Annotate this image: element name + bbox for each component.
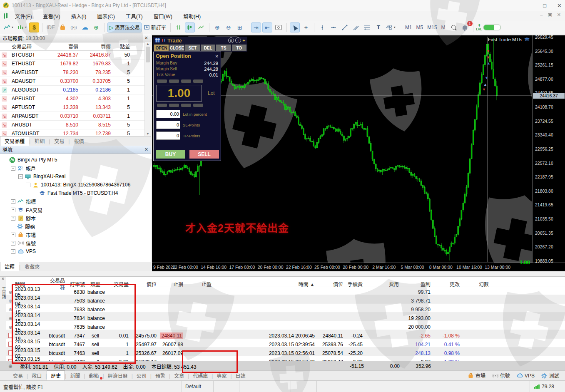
chart-profile-button[interactable]: ▾ <box>2 22 15 32</box>
trade-to-button[interactable]: TO <box>232 45 246 51</box>
trade-ts-button[interactable]: TS <box>216 45 231 51</box>
status-cell[interactable] <box>316 381 391 392</box>
ide-button[interactable]: IDE <box>45 22 56 32</box>
zoom-in-button[interactable]: ⊕ <box>212 22 222 32</box>
toolbox-tab-0[interactable]: 交易 <box>9 371 27 380</box>
tp-points-input[interactable] <box>156 131 180 140</box>
toolbox-tab-5[interactable]: 經濟日曆 <box>104 371 132 380</box>
vps-button[interactable]: ☁ <box>80 22 90 32</box>
time-axis[interactable]: 9 Feb 202312 Feb 00:0014 Feb 16:0017 Feb… <box>152 263 565 272</box>
auto-scroll-button[interactable]: ⇥ <box>251 22 261 32</box>
history-header-row[interactable]: 時間交易品種訂單號類型交易量價位止損止盈時間 ▲價位手續費費用盈利更改幻數 <box>0 277 565 286</box>
navigator-item[interactable]: –帳戶 <box>2 164 151 172</box>
status-cell[interactable] <box>265 381 291 392</box>
new-order-button[interactable]: 新訂單 <box>143 22 167 32</box>
buy-button[interactable]: BUY <box>156 150 185 159</box>
vertical-line-button[interactable] <box>317 22 327 32</box>
lot-value-box[interactable]: 1.00 <box>156 85 202 102</box>
market-watch-row[interactable]: ↘APTUSDT13.33813.3435 <box>0 103 151 112</box>
history-row[interactable]: ⊕2023.03.14 15...7635balance20 000.00 <box>0 321 565 330</box>
market-watch-row[interactable]: ↘BTCUSDT24416.3724416.8750 <box>0 51 151 60</box>
navigator-tab-0[interactable]: 註釋 <box>0 262 19 271</box>
collapse-minus-icon[interactable]: – <box>18 174 23 179</box>
market-watch-row[interactable]: ↘ARUSDT8.5108.5155 <box>0 121 151 129</box>
navigator-item[interactable]: +腳本 <box>2 214 151 222</box>
menu-item[interactable]: 查看(V) <box>43 12 60 20</box>
tick-chart-button[interactable] <box>174 22 184 32</box>
history-row[interactable]: ⊕2023.03.14 15...7634balance19 293.00 <box>0 313 565 321</box>
crosshair-button[interactable]: + <box>301 22 311 32</box>
status-cell[interactable] <box>239 381 265 392</box>
maximize-button[interactable]: □ <box>543 2 546 9</box>
expand-plus-icon[interactable]: + <box>11 233 15 237</box>
market-watch-row[interactable]: ↘ETHUSDT1679.821679.831 <box>0 60 151 68</box>
toolbox-tab-2[interactable]: 歷史 <box>47 370 65 380</box>
market-watch-scrollbar[interactable]: ▲▼ <box>144 42 151 136</box>
menu-item[interactable]: 幫助(H) <box>183 12 201 20</box>
market-watch-row[interactable]: ↘ADAUSDT0.337000.337055 <box>0 77 151 86</box>
menu-item[interactable]: 文件(F) <box>15 12 32 20</box>
market-watch-tab-3[interactable]: 報價 <box>70 136 88 146</box>
history-row[interactable]: 2023.03.15 02...btcusdt7467sell125497.97… <box>0 339 565 347</box>
timeframe-button[interactable]: M <box>439 25 448 30</box>
toolbox-close-icon[interactable]: ✕ <box>0 277 6 281</box>
navigator-item[interactable]: Bingx Au Pty MT5 <box>2 156 151 164</box>
lot-in-percent-input[interactable] <box>156 110 180 118</box>
chart-window-controls[interactable]: –▣✕ <box>540 12 561 17</box>
screenshot-button[interactable] <box>274 22 284 32</box>
market-button[interactable] <box>57 22 67 32</box>
navigator-item[interactable]: +市場 <box>2 231 151 239</box>
profile-cell[interactable]: Default <box>182 381 213 392</box>
tile-windows-button[interactable]: ⊞ <box>235 22 245 32</box>
navigator-item[interactable]: –BingXAU-Real <box>2 172 151 181</box>
cursor-button[interactable] <box>290 22 300 32</box>
expand-plus-icon[interactable]: + <box>11 208 15 212</box>
navigator-header[interactable]: 導航 ✕ <box>0 146 151 154</box>
navigator-item[interactable]: 服務 <box>2 222 151 231</box>
history-row[interactable]: ⊕2023.03.14 04...7503balance3 798.71 <box>0 295 565 304</box>
menu-item[interactable]: 插入(I) <box>71 12 87 20</box>
toolbox-tab-1[interactable]: 敞口 <box>28 371 45 380</box>
expand-plus-icon[interactable]: + <box>11 249 15 254</box>
navigator-close-icon[interactable]: ✕ <box>144 147 148 152</box>
market-watch-row[interactable]: ↘APEUSDT4.3024.3031 <box>0 94 151 103</box>
collapse-minus-icon[interactable]: – <box>11 166 15 171</box>
toolbox-tab-9[interactable]: 代碼庫 <box>189 371 212 380</box>
market-watch-tab-0[interactable]: 交易品種 <box>0 136 29 146</box>
history-row[interactable]: 2023.03.15 02...btcusdt7463sell125326.67… <box>0 347 565 356</box>
shortcut-vps[interactable]: VPS <box>517 372 535 379</box>
shapes-button[interactable]: ▾ <box>385 22 397 32</box>
deposit-button[interactable]: $ <box>29 22 39 32</box>
navigator-item[interactable]: +VPS <box>2 247 151 256</box>
summary-expand-icon[interactable]: ⊕ <box>8 363 12 369</box>
navigator-item[interactable]: Fast Trade MT5 - BTCUSDT,H4 <box>2 189 151 197</box>
history-row[interactable]: ⊕2023.03.14 15...7633balance9 958.20 <box>0 304 565 313</box>
status-cell[interactable] <box>291 381 316 392</box>
community-button[interactable]: ⊕ <box>91 22 101 32</box>
status-cell[interactable] <box>213 381 239 392</box>
market-watch-tab-1[interactable]: 詳細 <box>30 136 49 146</box>
sell-button[interactable]: SELL <box>189 150 219 159</box>
navigator-tab-1[interactable]: 收藏夾 <box>20 262 44 271</box>
shortcut-signal[interactable]: 信號 <box>492 372 510 379</box>
price-axis[interactable]: 26029.4525645.3025261.1524877.0024492.85… <box>533 35 565 263</box>
lot-step-buttons-bottom[interactable] <box>154 102 221 109</box>
trade-close-button[interactable]: CLOSE <box>169 45 184 51</box>
chart-shift-button[interactable]: ⇤ <box>262 22 272 32</box>
toolbox-tab-8[interactable]: 文章 <box>170 371 188 380</box>
market-watch-tab-2[interactable]: 交易 <box>50 136 68 146</box>
menu-item[interactable]: 圖表(C) <box>97 12 114 20</box>
timeframe-button[interactable]: M5 <box>414 25 426 30</box>
market-watch-row[interactable]: ↘ARPAUSDT0.037100.037111 <box>0 112 151 121</box>
chart-style-button[interactable]: ▾ <box>16 22 28 32</box>
market-watch-column-header[interactable]: 交易品種賣價買價點差 <box>0 42 151 51</box>
lot-step-buttons-top[interactable] <box>154 78 221 84</box>
close-button[interactable]: ✕ <box>557 2 562 9</box>
line-chart-button[interactable] <box>196 22 206 32</box>
trade-settings-icon[interactable]: S <box>228 37 234 43</box>
history-row[interactable]: ⊕2023.03.13 05...6838balance99.71 <box>0 286 565 295</box>
trade-open-button[interactable]: OPEN <box>154 45 169 51</box>
expand-plus-icon[interactable]: + <box>11 199 15 204</box>
channel-button[interactable] <box>351 22 361 32</box>
toolbox-tab-11[interactable]: 日誌 <box>232 371 249 380</box>
